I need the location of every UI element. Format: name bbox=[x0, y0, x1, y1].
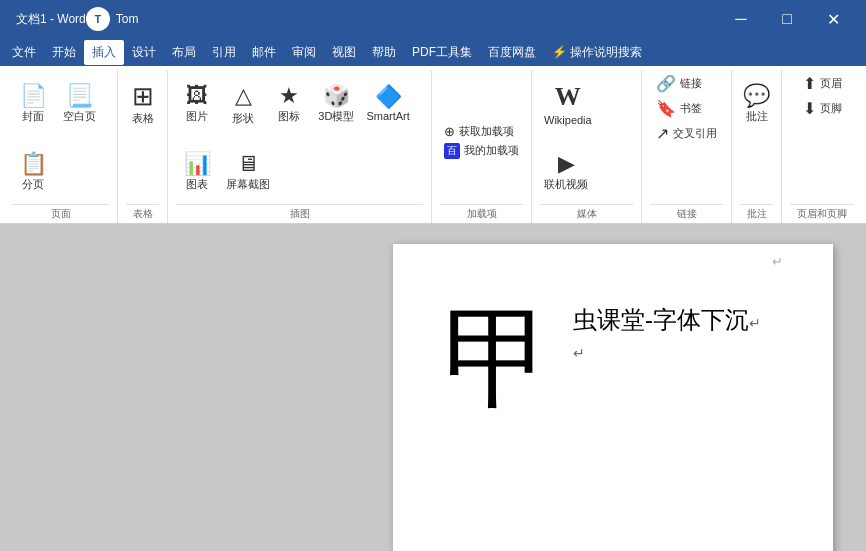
document-page: ↵ 甲 虫课堂-字体下沉↵ ↵ bbox=[393, 244, 833, 551]
blank-icon: 📃 bbox=[66, 85, 93, 107]
icons-label: 图标 bbox=[278, 109, 300, 124]
crossref-label: 交叉引用 bbox=[673, 126, 717, 141]
paragraph-mark-top: ↵ bbox=[772, 254, 783, 269]
menu-file[interactable]: 文件 bbox=[4, 40, 44, 65]
crossref-icon: ↗ bbox=[656, 124, 669, 143]
screenshot-icon: 🖥 bbox=[237, 153, 259, 175]
footer-icon: ⬇ bbox=[803, 99, 816, 118]
chart-label: 图表 bbox=[186, 177, 208, 192]
bookmark-label: 书签 bbox=[680, 101, 702, 116]
ribbon-group-links: 🔗 链接 🔖 书签 ↗ 交叉引用 链接 bbox=[642, 70, 732, 223]
shapes-icon: △ bbox=[235, 83, 252, 109]
menu-review[interactable]: 审阅 bbox=[284, 40, 324, 65]
shapes-label: 形状 bbox=[232, 111, 254, 126]
ribbon-illustrations-items: 🖼 图片 △ 形状 ★ 图标 🎲 3D模型 🔷 SmartArt 📊 图表 bbox=[176, 72, 423, 204]
my-addins-button[interactable]: 百 我的加载项 bbox=[440, 142, 523, 160]
insert-wikipedia-button[interactable]: W Wikipedia bbox=[540, 72, 596, 136]
menu-home[interactable]: 开始 bbox=[44, 40, 84, 65]
document-area[interactable]: ↵ 甲 虫课堂-字体下沉↵ ↵ bbox=[360, 224, 866, 551]
bookmark-icon: 🔖 bbox=[656, 99, 676, 118]
doc-text-area: 虫课堂-字体下沉↵ ↵ bbox=[573, 304, 761, 362]
link-label: 链接 bbox=[680, 76, 702, 91]
myaddin-icon: 百 bbox=[444, 143, 460, 159]
wikipedia-icon: W bbox=[555, 82, 581, 112]
smartart-icon: 🔷 bbox=[375, 86, 402, 108]
menu-help[interactable]: 帮助 bbox=[364, 40, 404, 65]
cover-label: 封面 bbox=[22, 109, 44, 124]
3dmodel-label: 3D模型 bbox=[318, 109, 354, 124]
insert-shapes-button[interactable]: △ 形状 bbox=[222, 72, 264, 136]
ribbon-hf-items: ⬆ 页眉 ⬇ 页脚 bbox=[799, 72, 846, 204]
insert-icons-button[interactable]: ★ 图标 bbox=[268, 72, 310, 136]
header-label: 页眉 bbox=[820, 76, 842, 91]
menu-baiducloud[interactable]: 百度网盘 bbox=[480, 40, 544, 65]
ribbon-links-items: 🔗 链接 🔖 书签 ↗ 交叉引用 bbox=[652, 72, 721, 204]
getaddins-icon: ⊕ bbox=[444, 124, 455, 139]
insert-video-button[interactable]: ▶ 联机视频 bbox=[540, 140, 592, 204]
video-label: 联机视频 bbox=[544, 177, 588, 192]
doc-content: 甲 虫课堂-字体下沉↵ ↵ bbox=[443, 304, 783, 414]
insert-header-button[interactable]: ⬆ 页眉 bbox=[799, 72, 846, 95]
menu-search[interactable]: ⚡ 操作说明搜索 bbox=[544, 40, 650, 65]
insert-crossref-button[interactable]: ↗ 交叉引用 bbox=[652, 122, 721, 145]
avatar: T bbox=[86, 7, 110, 31]
drop-cap-char: 甲 bbox=[443, 304, 553, 414]
doc-title: 虫课堂-字体下沉↵ bbox=[573, 304, 761, 336]
insert-blank-button[interactable]: 📃 空白页 bbox=[58, 72, 100, 136]
screenshot-label: 屏幕截图 bbox=[226, 177, 270, 192]
menu-view[interactable]: 视图 bbox=[324, 40, 364, 65]
video-icon: ▶ bbox=[558, 153, 575, 175]
wikipedia-label: Wikipedia bbox=[544, 114, 592, 126]
picture-label: 图片 bbox=[186, 109, 208, 124]
comments-group-label: 批注 bbox=[740, 204, 773, 223]
insert-3dmodel-button[interactable]: 🎲 3D模型 bbox=[314, 72, 358, 136]
table-label: 表格 bbox=[132, 111, 154, 126]
addins-items: ⊕ 获取加载项 百 我的加载项 bbox=[440, 72, 523, 204]
menu-insert[interactable]: 插入 bbox=[84, 40, 124, 65]
insert-link-button[interactable]: 🔗 链接 bbox=[652, 72, 706, 95]
insert-smartart-button[interactable]: 🔷 SmartArt bbox=[362, 72, 413, 136]
links-group-label: 链接 bbox=[650, 204, 723, 223]
insert-cover-button[interactable]: 📄 封面 bbox=[12, 72, 54, 136]
cover-icon: 📄 bbox=[20, 85, 47, 107]
menu-pdftools[interactable]: PDF工具集 bbox=[404, 40, 480, 65]
restore-button[interactable]: □ bbox=[764, 0, 810, 38]
table-icon: ⊞ bbox=[132, 83, 154, 109]
tables-group-label: 表格 bbox=[126, 204, 159, 223]
insert-table-button[interactable]: ⊞ 表格 bbox=[122, 72, 164, 136]
ribbon-group-comments: 💬 批注 批注 bbox=[732, 70, 782, 223]
main-area: ↵ 甲 虫课堂-字体下沉↵ ↵ bbox=[0, 224, 866, 551]
minimize-button[interactable]: ─ bbox=[718, 0, 764, 38]
ribbon-group-pages: 📄 封面 📃 空白页 📋 分页 页面 bbox=[4, 70, 118, 223]
chart-icon: 📊 bbox=[184, 153, 211, 175]
insert-screenshot-button[interactable]: 🖥 屏幕截图 bbox=[222, 140, 274, 204]
menu-references[interactable]: 引用 bbox=[204, 40, 244, 65]
blank-label: 空白页 bbox=[63, 109, 96, 124]
menu-design[interactable]: 设计 bbox=[124, 40, 164, 65]
pagebreak-label: 分页 bbox=[22, 177, 44, 192]
insert-comment-button[interactable]: 💬 批注 bbox=[736, 72, 778, 136]
ribbon-group-media: W Wikipedia ▶ 联机视频 媒体 bbox=[532, 70, 642, 223]
sidebar bbox=[0, 224, 360, 551]
title-bar: 文档1 - Word T Tom ─ □ ✕ bbox=[0, 0, 866, 38]
insert-footer-button[interactable]: ⬇ 页脚 bbox=[799, 97, 846, 120]
menu-mail[interactable]: 邮件 bbox=[244, 40, 284, 65]
ribbon-group-headerfooter: ⬆ 页眉 ⬇ 页脚 页眉和页脚 bbox=[782, 70, 862, 223]
menu-layout[interactable]: 布局 bbox=[164, 40, 204, 65]
ribbon-tables-items: ⊞ 表格 bbox=[122, 72, 164, 204]
pagebreak-icon: 📋 bbox=[20, 153, 47, 175]
picture-icon: 🖼 bbox=[186, 85, 208, 107]
footer-label: 页脚 bbox=[820, 101, 842, 116]
close-button[interactable]: ✕ bbox=[810, 0, 856, 38]
insert-picture-button[interactable]: 🖼 图片 bbox=[176, 72, 218, 136]
pages-group-label: 页面 bbox=[12, 204, 109, 223]
ribbon-group-tables: ⊞ 表格 表格 bbox=[118, 70, 168, 223]
insert-chart-button[interactable]: 📊 图表 bbox=[176, 140, 218, 204]
comment-icon: 💬 bbox=[743, 85, 770, 107]
get-addins-button[interactable]: ⊕ 获取加载项 bbox=[440, 123, 523, 140]
insert-bookmark-button[interactable]: 🔖 书签 bbox=[652, 97, 706, 120]
link-icon: 🔗 bbox=[656, 74, 676, 93]
getaddins-label: 获取加载项 bbox=[459, 124, 514, 139]
insert-pagebreak-button[interactable]: 📋 分页 bbox=[12, 140, 54, 204]
myaddin-label: 我的加载项 bbox=[464, 143, 519, 158]
